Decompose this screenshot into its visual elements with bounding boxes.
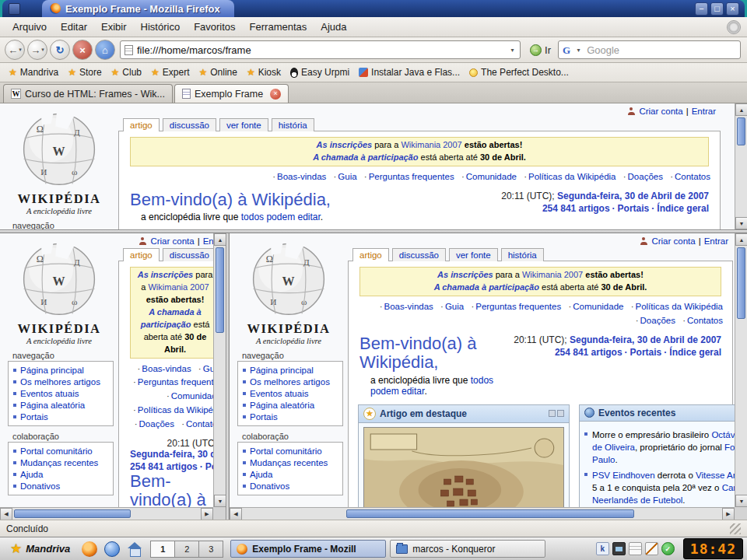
- bookmark-store[interactable]: Store: [64, 65, 105, 79]
- close-button[interactable]: [726, 2, 739, 16]
- tab-artigo-label[interactable]: artigo: [359, 250, 382, 260]
- scroll-down-button[interactable]: [735, 495, 747, 507]
- quicklink-guia[interactable]: Guia: [445, 302, 464, 311]
- sidebar-link-eventos-atuais[interactable]: Eventos atuais: [20, 389, 79, 398]
- bookmark-club[interactable]: Club: [107, 65, 146, 79]
- address-input[interactable]: [137, 44, 507, 56]
- create-account-link[interactable]: Criar conta: [150, 236, 194, 246]
- tab-historia[interactable]: história: [272, 118, 314, 131]
- menu-arquivo[interactable]: Arquivo: [6, 19, 53, 35]
- todos-podem-editar-link[interactable]: todos podem editar: [241, 212, 321, 222]
- quicklink-guia[interactable]: Guia: [338, 172, 356, 181]
- tab-discussao-label[interactable]: discussão: [170, 121, 209, 130]
- forward-button[interactable]: [27, 40, 47, 60]
- tab-discussao[interactable]: discussão: [163, 118, 216, 131]
- wikipedia-logo[interactable]: Ω W Д И ω WIKIPÉDIA A enciclopédia livre: [230, 233, 348, 345]
- scroll-down-button[interactable]: [214, 495, 226, 507]
- quicklink-perguntas[interactable]: Perguntas frequentes: [369, 172, 454, 181]
- create-account-link[interactable]: Criar conta: [639, 107, 682, 116]
- minimize-button[interactable]: [695, 2, 708, 16]
- launcher-firefox[interactable]: [80, 540, 99, 558]
- quicklink-comunidade[interactable]: Comunidade: [466, 172, 517, 181]
- bookmark-instalar-java[interactable]: Instalar Java e Flas...: [355, 65, 464, 79]
- notice-link[interactable]: As inscrições: [138, 270, 194, 279]
- notice-link[interactable]: As inscrições: [317, 140, 373, 149]
- scrollbar-thumb[interactable]: [346, 509, 634, 518]
- maximize-button[interactable]: [710, 2, 724, 16]
- sidebar-link-mudancas-recentes[interactable]: Mudanças recentes: [20, 458, 98, 467]
- tab-discussao[interactable]: discussão: [392, 248, 446, 261]
- quicklink-boas-vindas[interactable]: Boas-vindas: [142, 364, 191, 373]
- tab-historia-label[interactable]: história: [279, 121, 307, 130]
- tab-ver-fonte[interactable]: ver fonte: [449, 248, 498, 261]
- sidebar-link-donativos[interactable]: Donativos: [250, 481, 289, 491]
- pager-desktop-1[interactable]: 1: [150, 541, 175, 558]
- vertical-scrollbar[interactable]: [213, 233, 226, 507]
- quicklink-doacoes[interactable]: Doações: [139, 419, 174, 429]
- sidebar-link-pagina-aleatoria[interactable]: Página aleatória: [250, 401, 314, 410]
- date-link[interactable]: Segunda-feira, 30 de Abril de 2007: [557, 191, 709, 201]
- url-dropdown-button[interactable]: [507, 42, 518, 58]
- indice-geral-link[interactable]: Índice geral: [657, 203, 709, 214]
- article-count-link[interactable]: 254 841 artigos: [130, 461, 198, 472]
- menu-exibir[interactable]: Exibir: [95, 19, 133, 35]
- bookmark-perfect-desktop[interactable]: The Perfect Deskto...: [465, 65, 573, 79]
- horizontal-scrollbar[interactable]: [0, 507, 213, 520]
- notice-link[interactable]: A chamada à participação: [434, 282, 539, 292]
- quicklink-politicas[interactable]: Políticas da Wikipédia: [636, 302, 724, 311]
- address-bar[interactable]: [120, 40, 521, 59]
- date-link[interactable]: Segunda-feira, 30 de Abril de 2007: [570, 334, 721, 345]
- quicklink-doacoes[interactable]: Doações: [640, 316, 675, 325]
- scrollbar-thumb[interactable]: [216, 247, 224, 333]
- bookmark-online[interactable]: Online: [195, 65, 240, 79]
- pager-desktop-3[interactable]: 3: [198, 541, 223, 558]
- search-input[interactable]: [587, 44, 736, 56]
- scroll-left-button[interactable]: [230, 508, 242, 520]
- stop-button[interactable]: [72, 40, 93, 60]
- quicklink-doacoes[interactable]: Doações: [628, 172, 663, 181]
- create-account-link[interactable]: Criar conta: [651, 236, 695, 246]
- box-tool-icon[interactable]: [557, 410, 564, 417]
- bookmark-easy-urpmi[interactable]: Easy Urpmi: [286, 65, 353, 79]
- vertical-scrollbar[interactable]: [735, 103, 747, 229]
- sidebar-link-mudancas-recentes[interactable]: Mudanças recentes: [250, 458, 328, 467]
- quicklink-politicas[interactable]: Políticas da Wikipédia: [138, 405, 213, 415]
- launcher-konqueror[interactable]: [103, 540, 121, 558]
- sidebar-link-melhores-artigos[interactable]: Os melhores artigos: [20, 377, 100, 387]
- vertical-scrollbar[interactable]: [735, 233, 747, 507]
- tray-pen-icon[interactable]: [645, 542, 658, 555]
- scroll-right-button[interactable]: [201, 508, 213, 520]
- scrollbar-thumb[interactable]: [14, 509, 131, 518]
- bookmark-kiosk[interactable]: Kiosk: [243, 65, 285, 79]
- featured-article-image[interactable]: [363, 427, 564, 507]
- tab-artigo-label[interactable]: artigo: [130, 121, 153, 130]
- wikipedia-logo[interactable]: Ω W Д И ω WIKIPÉDIA A enciclopédia livre: [0, 233, 118, 345]
- quicklink-boas-vindas[interactable]: Boas-vindas: [384, 302, 433, 311]
- sidebar-link-melhores-artigos[interactable]: Os melhores artigos: [250, 377, 330, 387]
- article-count-link[interactable]: 254 841 artigos: [542, 203, 610, 214]
- sidebar-link-eventos-atuais[interactable]: Eventos atuais: [250, 389, 308, 398]
- tab-historia[interactable]: história: [501, 248, 544, 261]
- sidebar-link-portal-comunitario[interactable]: Portal comunitário: [20, 446, 93, 456]
- taskbar-button-konqueror[interactable]: marcos - Konqueror: [390, 540, 545, 558]
- event-link[interactable]: PSV Eindhoven: [592, 471, 655, 480]
- sidebar-link-portal-comunitario[interactable]: Portal comunitário: [250, 446, 322, 456]
- box-tool-icon[interactable]: [549, 410, 556, 417]
- sidebar-link-ajuda[interactable]: Ajuda: [20, 470, 43, 479]
- sidebar-link-pagina-principal[interactable]: Página principal: [20, 366, 84, 375]
- scroll-right-button[interactable]: [722, 508, 735, 520]
- go-button[interactable]: Ir: [525, 40, 556, 59]
- menu-favoritos[interactable]: Favoritos: [188, 19, 241, 35]
- scrollbar-thumb[interactable]: [737, 117, 745, 145]
- login-link[interactable]: Entrar: [704, 236, 728, 246]
- tab-artigo[interactable]: artigo: [352, 248, 389, 261]
- scroll-up-button[interactable]: [214, 233, 226, 246]
- quicklink-guia[interactable]: Guia: [203, 364, 213, 373]
- tab-artigo[interactable]: artigo: [123, 248, 160, 261]
- back-button[interactable]: [5, 40, 25, 60]
- quicklink-contatos[interactable]: Contatos: [186, 419, 213, 429]
- mandriva-menu-button[interactable]: Mandriva: [4, 539, 76, 559]
- tab-ver-fonte-label[interactable]: ver fonte: [456, 250, 491, 260]
- menu-editar[interactable]: Editar: [54, 19, 93, 35]
- sidebar-link-donativos[interactable]: Donativos: [20, 481, 60, 491]
